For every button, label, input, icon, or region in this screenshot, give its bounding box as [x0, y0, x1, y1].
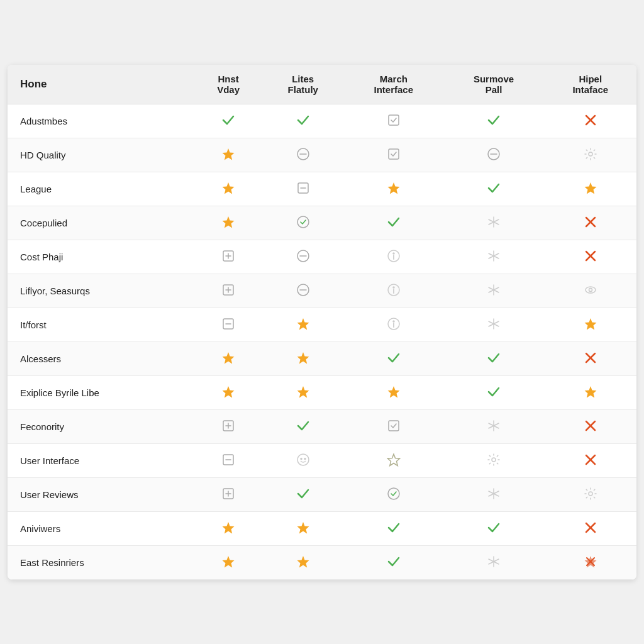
cross-icon — [584, 113, 597, 129]
svg-marker-92 — [223, 522, 235, 534]
table-row: Cocepulied — [8, 206, 636, 240]
cell-col4 — [443, 308, 545, 341]
asterisk-icon — [487, 283, 501, 299]
feature-label: It/forst — [8, 308, 195, 341]
svg-point-87 — [388, 488, 399, 499]
eye-icon — [584, 283, 597, 299]
cell-col1 — [195, 375, 262, 409]
cell-col5 — [544, 477, 636, 511]
check-box-icon — [387, 113, 401, 129]
cell-col2 — [262, 240, 344, 274]
cell-col3 — [344, 341, 443, 375]
cell-col1 — [195, 545, 262, 579]
star-icon — [296, 317, 310, 333]
check-icon — [387, 215, 401, 231]
svg-marker-63 — [297, 386, 309, 398]
column-header-col1: HnstVday — [195, 65, 262, 104]
table-row: User Reviews — [8, 477, 636, 511]
check-box-icon — [387, 419, 401, 435]
smiley-icon — [296, 453, 310, 469]
svg-marker-50 — [297, 318, 309, 330]
check-icon — [487, 385, 501, 401]
feature-label: Liflyor, Seasurqs — [8, 274, 195, 308]
cell-col1 — [195, 138, 262, 172]
cell-col1 — [195, 341, 262, 375]
cell-col5 — [544, 511, 636, 545]
svg-marker-64 — [387, 386, 399, 398]
table-row: Liflyor, Seasurqs — [8, 274, 636, 308]
check-box-icon — [387, 147, 401, 163]
cell-col1 — [195, 308, 262, 341]
cell-col4 — [443, 240, 545, 274]
table-row: Cost Phaji — [8, 240, 636, 274]
cell-col1 — [195, 409, 262, 443]
cell-col2 — [262, 443, 344, 477]
cross-icon — [584, 351, 597, 367]
cell-col2 — [262, 341, 344, 375]
svg-marker-14 — [584, 182, 596, 194]
cell-col4 — [443, 409, 545, 443]
cell-col1 — [195, 443, 262, 477]
check-icon — [487, 351, 501, 367]
minus-box-icon — [221, 317, 235, 333]
table-row: HD Quality — [8, 138, 636, 172]
asterisk-icon — [487, 419, 501, 435]
star-icon — [296, 555, 310, 570]
table-row: Alcessers — [8, 341, 636, 375]
column-header-col2: LitesFlatuly — [262, 65, 344, 104]
cell-col5 — [544, 341, 636, 375]
feature-label: User Reviews — [8, 477, 195, 511]
asterisk-icon — [487, 215, 501, 231]
star-icon — [221, 181, 235, 197]
cell-col5 — [544, 308, 636, 341]
feature-label: Exiplice Byrile Libe — [8, 375, 195, 409]
star-icon — [221, 555, 235, 570]
cell-col5 — [544, 443, 636, 477]
column-header-feature: Hone — [8, 65, 195, 104]
star-icon — [584, 317, 597, 333]
cell-col1 — [195, 240, 262, 274]
cell-col2 — [262, 206, 344, 240]
star-icon — [221, 351, 235, 367]
svg-marker-57 — [584, 318, 596, 330]
plus-icon — [221, 249, 235, 265]
cell-col4 — [443, 104, 545, 138]
comparison-table: HoneHnstVdayLitesFlatulyMarchInterfaceSu… — [8, 65, 636, 580]
svg-point-16 — [297, 216, 309, 228]
star-light-icon — [387, 453, 401, 469]
column-header-col3: MarchInterface — [344, 65, 443, 104]
minus-circle-icon — [296, 147, 310, 163]
svg-marker-58 — [223, 352, 235, 364]
cross-icon — [584, 419, 597, 435]
svg-rect-69 — [389, 421, 399, 431]
cell-col3 — [344, 308, 443, 341]
star-icon — [296, 385, 310, 401]
cell-col4 — [443, 545, 545, 579]
cell-col4 — [443, 274, 545, 308]
svg-point-77 — [297, 454, 309, 465]
svg-point-78 — [301, 458, 302, 459]
check-icon — [487, 113, 501, 129]
cell-col1 — [195, 511, 262, 545]
check-circle-icon — [387, 487, 401, 502]
cell-col2 — [262, 375, 344, 409]
column-header-col5: HipelIntaface — [544, 65, 636, 104]
star-icon — [221, 147, 235, 163]
feature-label: Feconority — [8, 409, 195, 443]
cell-col3 — [344, 138, 443, 172]
plus-icon — [221, 487, 235, 502]
cell-col4 — [443, 511, 545, 545]
star-icon — [221, 385, 235, 401]
asterisk-icon — [487, 249, 501, 265]
check-icon — [487, 521, 501, 536]
cell-col1 — [195, 477, 262, 511]
cell-col3 — [344, 104, 443, 138]
svg-rect-0 — [389, 115, 399, 125]
asterisk-icon — [487, 317, 501, 333]
table-row: Adustmbes — [8, 104, 636, 138]
table-row: It/forst — [8, 308, 636, 341]
check-icon — [221, 113, 235, 129]
cell-col2 — [262, 138, 344, 172]
cross-icon — [584, 215, 597, 231]
svg-point-9 — [589, 152, 592, 156]
